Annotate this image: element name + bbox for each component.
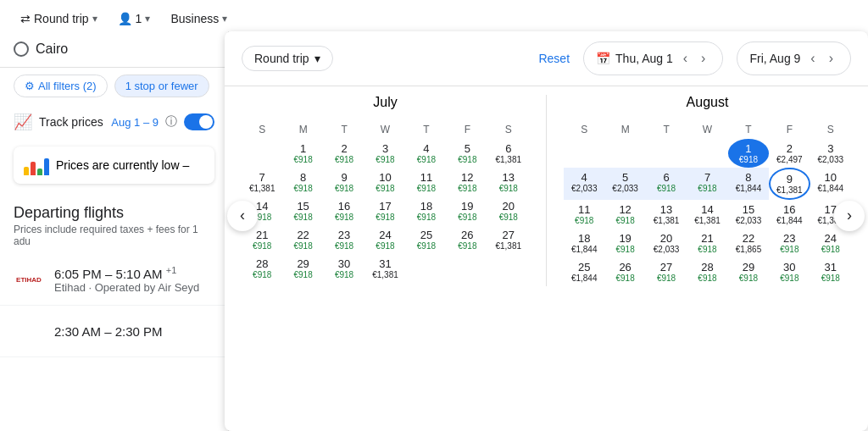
left-panel: ⚙ All filters (2) 1 stop or fewer 📈 Trac…	[0, 31, 229, 38]
cabin-label: Business	[170, 12, 219, 25]
search-row	[0, 31, 228, 38]
cabin-chevron: ▾	[222, 13, 227, 25]
calendar-header: Round trip ▾ Reset 📅 Thu, Aug 1 ‹ › Fri,…	[225, 31, 868, 38]
calendar-overlay: Round trip ▾ Reset 📅 Thu, Aug 1 ‹ › Fri,…	[225, 31, 868, 38]
passenger-icon: 👤	[118, 12, 132, 25]
passenger-chevron: ▾	[145, 13, 150, 25]
trip-type-label: Round trip	[34, 12, 89, 25]
cabin-button[interactable]: Business ▾	[164, 7, 234, 30]
roundtrip-icon: ⇄	[20, 12, 31, 25]
trip-type-chevron: ▾	[92, 13, 97, 25]
passenger-count: 1	[136, 12, 142, 25]
passengers-button[interactable]: 👤 1 ▾	[111, 7, 158, 30]
trip-type-button[interactable]: ⇄ Round trip ▾	[14, 7, 104, 30]
